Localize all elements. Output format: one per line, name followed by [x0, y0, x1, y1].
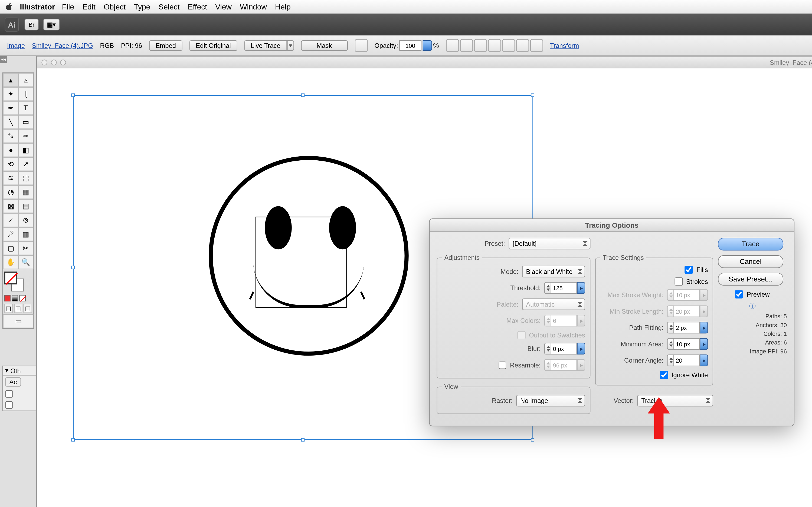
- menu-effect[interactable]: Effect: [188, 2, 207, 11]
- sub-collapse[interactable]: ▾: [5, 367, 9, 374]
- resample-check[interactable]: [499, 361, 506, 369]
- sub-check-1[interactable]: [5, 390, 13, 398]
- clip-icon-button[interactable]: [355, 39, 367, 52]
- eyedropper-tool[interactable]: ⟋: [3, 213, 18, 227]
- line-tool[interactable]: ╲: [3, 115, 18, 129]
- align-btn-3[interactable]: [474, 39, 487, 52]
- fill-stroke-swatch[interactable]: [4, 272, 32, 291]
- align-btn-1[interactable]: [446, 39, 459, 52]
- blur-spin[interactable]: [544, 343, 585, 354]
- rectangle-tool[interactable]: ▭: [18, 115, 33, 129]
- paintbrush-tool[interactable]: ✎: [3, 129, 18, 143]
- draw-normal[interactable]: ◻: [4, 304, 13, 313]
- blob-brush-tool[interactable]: ●: [3, 143, 18, 157]
- stat-colors: Colors: 1: [718, 330, 787, 337]
- file-link[interactable]: Smiley_Face (4).JPG: [32, 42, 93, 49]
- tracing-options-dialog: Tracing Options Preset:[Default] Adjustm…: [429, 219, 795, 427]
- window-zoom[interactable]: [60, 59, 66, 65]
- graph-tool[interactable]: ▥: [18, 227, 33, 241]
- sub-add[interactable]: Ac: [5, 377, 21, 387]
- live-trace-button[interactable]: Live Trace: [244, 40, 287, 51]
- menu-help[interactable]: Help: [275, 2, 291, 11]
- edit-original-button[interactable]: Edit Original: [190, 40, 237, 51]
- color-mode-mini[interactable]: [4, 295, 10, 301]
- selection-tool[interactable]: ▴: [3, 73, 18, 87]
- fills-check[interactable]: [685, 266, 693, 274]
- menu-edit[interactable]: Edit: [82, 2, 95, 11]
- opacity-slider-arrow[interactable]: [422, 40, 432, 51]
- screen-mode[interactable]: ▭: [3, 314, 33, 328]
- pen-tool[interactable]: ✒: [3, 101, 18, 115]
- menu-view[interactable]: View: [215, 2, 232, 11]
- align-btn-4[interactable]: [488, 39, 501, 52]
- object-type-link[interactable]: Image: [7, 42, 25, 49]
- panel-collapse-left-1[interactable]: ◂◂: [0, 56, 7, 63]
- threshold-spin[interactable]: [544, 282, 585, 294]
- corner-spin[interactable]: [667, 354, 708, 366]
- transform-link[interactable]: Transform: [550, 42, 579, 49]
- artboard-tool[interactable]: ▢: [3, 241, 18, 255]
- menu-type[interactable]: Type: [134, 2, 150, 11]
- bridge-button[interactable]: Br: [24, 19, 39, 30]
- maxcolors-spin: [544, 315, 585, 326]
- raster-select[interactable]: No Image: [516, 395, 585, 406]
- menu-object[interactable]: Object: [104, 2, 125, 11]
- cancel-button[interactable]: Cancel: [718, 255, 783, 268]
- align-btn-2[interactable]: [460, 39, 473, 52]
- preset-select[interactable]: [Default]: [509, 238, 590, 249]
- sub-check-2[interactable]: [5, 401, 13, 409]
- trace-button[interactable]: Trace: [718, 238, 783, 251]
- align-btn-6[interactable]: [516, 39, 529, 52]
- mesh-tool[interactable]: ▩: [3, 199, 18, 213]
- app-name[interactable]: Illustrator: [20, 2, 55, 11]
- annotation-arrow: [648, 397, 670, 439]
- scale-tool[interactable]: ⤢: [18, 157, 33, 171]
- perspective-tool[interactable]: ▦: [18, 185, 33, 199]
- ignore-white-check[interactable]: [660, 371, 668, 379]
- embed-button[interactable]: Embed: [149, 40, 183, 51]
- arrange-documents-button[interactable]: ▦▾: [43, 19, 59, 30]
- width-tool[interactable]: ≋: [3, 171, 18, 185]
- rotate-tool[interactable]: ⟲: [3, 157, 18, 171]
- strokes-check[interactable]: [674, 277, 682, 286]
- live-trace-dropdown[interactable]: [287, 40, 294, 51]
- opacity-input[interactable]: [399, 40, 421, 51]
- path-spin[interactable]: [667, 322, 708, 333]
- lasso-tool[interactable]: ɭ: [18, 87, 33, 101]
- direct-selection-tool[interactable]: ▵: [18, 73, 33, 87]
- free-transform-tool[interactable]: ⬚: [18, 171, 33, 185]
- minarea-spin[interactable]: [667, 338, 708, 350]
- magic-wand-tool[interactable]: ✦: [3, 87, 18, 101]
- apple-logo-icon: [5, 2, 14, 12]
- blend-tool[interactable]: ⊚: [18, 213, 33, 227]
- zoom-tool[interactable]: 🔍: [18, 255, 33, 269]
- save-preset-button[interactable]: Save Preset...: [718, 273, 783, 286]
- window-close[interactable]: [41, 59, 47, 65]
- stat-areas: Areas: 6: [718, 339, 787, 346]
- preview-check[interactable]: [735, 290, 743, 298]
- fill-swatch[interactable]: [4, 272, 17, 284]
- gradient-tool[interactable]: ▤: [18, 199, 33, 213]
- draw-behind[interactable]: ◻: [14, 304, 22, 313]
- stat-ppi: Image PPI: 96: [718, 348, 787, 354]
- mode-select[interactable]: Black and White: [522, 266, 585, 277]
- menu-window[interactable]: Window: [240, 2, 267, 11]
- none-mode-mini[interactable]: [19, 295, 26, 301]
- draw-inside[interactable]: ◻: [23, 304, 32, 313]
- window-min[interactable]: [51, 59, 57, 65]
- hand-tool[interactable]: ✋: [3, 255, 18, 269]
- menu-select[interactable]: Select: [159, 2, 180, 11]
- align-btn-7[interactable]: [530, 39, 543, 52]
- gradient-mode-mini[interactable]: [12, 295, 18, 301]
- smiley-artwork: [209, 156, 409, 356]
- slice-tool[interactable]: ✂: [18, 241, 33, 255]
- menu-file[interactable]: File: [62, 2, 74, 11]
- pencil-tool[interactable]: ✏: [18, 129, 33, 143]
- mask-button[interactable]: Mask: [301, 40, 348, 51]
- align-btn-5[interactable]: [502, 39, 515, 52]
- type-tool[interactable]: T: [18, 101, 33, 115]
- eraser-tool[interactable]: ◧: [18, 143, 33, 157]
- symbol-sprayer-tool[interactable]: ☄: [3, 227, 18, 241]
- shape-builder-tool[interactable]: ◔: [3, 185, 18, 199]
- info-icon[interactable]: ⓘ: [718, 302, 787, 311]
